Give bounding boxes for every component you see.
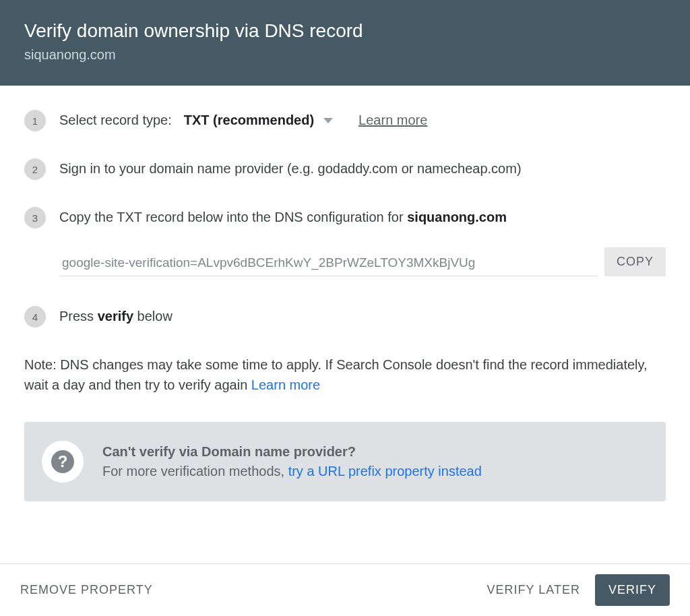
- chevron-down-icon: [323, 118, 333, 123]
- step-4: 4 Press verify below: [24, 306, 666, 328]
- step-1: 1 Select record type: TXT (recommended) …: [24, 110, 666, 131]
- verify-button[interactable]: VERIFY: [595, 574, 670, 606]
- txt-record-row: google-site-verification=ALvpv6dBCErhKwY…: [24, 247, 666, 276]
- learn-more-link[interactable]: Learn more: [358, 113, 427, 128]
- step-number-badge: 4: [24, 306, 46, 328]
- step-3: 3 Copy the TXT record below into the DNS…: [24, 207, 666, 228]
- step-number-badge: 3: [24, 207, 46, 228]
- copy-button[interactable]: COPY: [604, 247, 666, 276]
- dialog-header: Verify domain ownership via DNS record s…: [0, 0, 690, 86]
- note-text: Note: DNS changes may take some time to …: [24, 355, 666, 395]
- help-icon-container: ?: [42, 441, 84, 483]
- dialog-title: Verify domain ownership via DNS record: [24, 20, 666, 42]
- step-2-text: Sign in to your domain name provider (e.…: [59, 161, 522, 176]
- url-prefix-link[interactable]: try a URL prefix property instead: [288, 464, 482, 479]
- record-type-select[interactable]: TXT (recommended): [184, 113, 333, 128]
- step-3-domain: siquanong.com: [407, 210, 507, 224]
- dialog-footer: REMOVE PROPERTY VERIFY LATER VERIFY: [0, 563, 690, 616]
- help-icon: ?: [51, 450, 74, 473]
- step-4-text: Press verify below: [59, 309, 172, 324]
- txt-record-value[interactable]: google-site-verification=ALvpv6dBCErhKwY…: [59, 247, 598, 276]
- step-number-badge: 1: [24, 110, 46, 131]
- note-learn-more-link[interactable]: Learn more: [251, 377, 320, 392]
- info-title: Can't verify via Domain name provider?: [102, 444, 482, 460]
- step-2: 2 Sign in to your domain name provider (…: [24, 158, 666, 180]
- alternate-verification-box: ? Can't verify via Domain name provider?…: [24, 422, 666, 501]
- record-type-selected: TXT (recommended): [184, 113, 314, 128]
- step-number-badge: 2: [24, 158, 46, 180]
- remove-property-button[interactable]: REMOVE PROPERTY: [20, 583, 153, 597]
- dialog-content: 1 Select record type: TXT (recommended) …: [0, 86, 690, 501]
- verify-later-button[interactable]: VERIFY LATER: [487, 583, 580, 597]
- info-description: For more verification methods, try a URL…: [102, 464, 482, 479]
- record-type-label: Select record type:: [59, 113, 172, 128]
- step-3-text: Copy the TXT record below into the DNS c…: [59, 210, 507, 224]
- dialog-subtitle: siquanong.com: [24, 47, 666, 63]
